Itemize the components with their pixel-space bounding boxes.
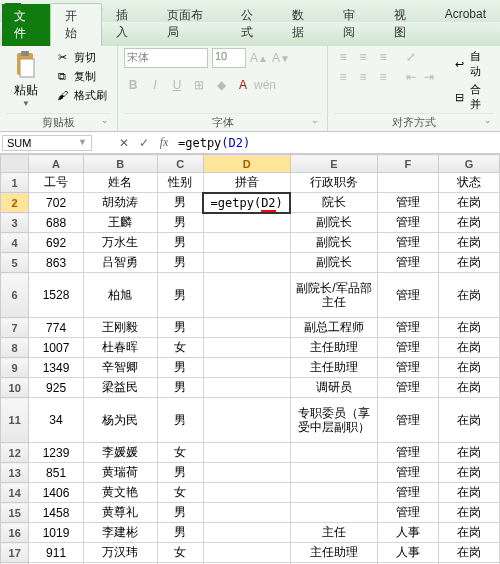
- tab-插入[interactable]: 插入: [102, 3, 153, 46]
- cell-D13[interactable]: [203, 463, 290, 483]
- cell-D3[interactable]: [203, 213, 290, 233]
- row-header-16[interactable]: 16: [1, 523, 29, 543]
- cell-A7[interactable]: 774: [29, 318, 83, 338]
- name-box[interactable]: SUM▼: [2, 135, 92, 151]
- cell-C2[interactable]: 男: [157, 193, 203, 213]
- cell-E10[interactable]: 调研员: [290, 378, 377, 398]
- cell-C1[interactable]: 性别: [157, 173, 203, 193]
- cell-D15[interactable]: [203, 503, 290, 523]
- cell-G1[interactable]: 状态: [438, 173, 499, 193]
- decrease-font-button[interactable]: A▼: [272, 49, 290, 67]
- cell-C12[interactable]: 女: [157, 443, 203, 463]
- cell-F11[interactable]: 管理: [377, 398, 438, 443]
- cell-F15[interactable]: 管理: [377, 503, 438, 523]
- cell-E13[interactable]: [290, 463, 377, 483]
- cell-B14[interactable]: 黄文艳: [83, 483, 157, 503]
- cell-D14[interactable]: [203, 483, 290, 503]
- cell-A9[interactable]: 1349: [29, 358, 83, 378]
- cell-F4[interactable]: 管理: [377, 233, 438, 253]
- confirm-formula-button[interactable]: ✓: [134, 134, 154, 152]
- row-header-4[interactable]: 4: [1, 233, 29, 253]
- cell-G4[interactable]: 在岗: [438, 233, 499, 253]
- align-left-button[interactable]: ≡: [334, 68, 352, 86]
- decrease-indent-button[interactable]: ⇤: [402, 68, 420, 86]
- cell-B16[interactable]: 李建彬: [83, 523, 157, 543]
- cell-F16[interactable]: 人事: [377, 523, 438, 543]
- cut-button[interactable]: ✂剪切: [50, 48, 111, 66]
- cell-E12[interactable]: [290, 443, 377, 463]
- cell-F10[interactable]: 管理: [377, 378, 438, 398]
- cell-F17[interactable]: 人事: [377, 543, 438, 563]
- insert-function-button[interactable]: fx: [154, 134, 174, 152]
- cell-B11[interactable]: 杨为民: [83, 398, 157, 443]
- tab-数据[interactable]: 数据: [278, 3, 329, 46]
- cell-A13[interactable]: 851: [29, 463, 83, 483]
- cell-F13[interactable]: 管理: [377, 463, 438, 483]
- cell-A12[interactable]: 1239: [29, 443, 83, 463]
- row-header-7[interactable]: 7: [1, 318, 29, 338]
- cell-E11[interactable]: 专职委员（享受中层副职）: [290, 398, 377, 443]
- cell-C5[interactable]: 男: [157, 253, 203, 273]
- cell-B13[interactable]: 黄瑞荷: [83, 463, 157, 483]
- align-middle-button[interactable]: ≡: [354, 48, 372, 66]
- cell-D2[interactable]: =getpy(D2): [203, 193, 290, 213]
- tab-审阅[interactable]: 审阅: [329, 3, 380, 46]
- cell-G6[interactable]: 在岗: [438, 273, 499, 318]
- copy-button[interactable]: ⧉复制: [50, 67, 111, 85]
- cell-B7[interactable]: 王刚毅: [83, 318, 157, 338]
- row-header-2[interactable]: 2: [1, 193, 29, 213]
- tab-Acrobat[interactable]: Acrobat: [431, 3, 500, 46]
- cell-G11[interactable]: 在岗: [438, 398, 499, 443]
- cell-C10[interactable]: 男: [157, 378, 203, 398]
- cell-B8[interactable]: 杜春晖: [83, 338, 157, 358]
- cell-F5[interactable]: 管理: [377, 253, 438, 273]
- cell-G7[interactable]: 在岗: [438, 318, 499, 338]
- tab-公式[interactable]: 公式: [227, 3, 278, 46]
- row-header-14[interactable]: 14: [1, 483, 29, 503]
- column-header-E[interactable]: E: [290, 155, 377, 173]
- cell-E17[interactable]: 主任助理: [290, 543, 377, 563]
- border-button[interactable]: ⊞: [190, 76, 208, 94]
- cell-F7[interactable]: 管理: [377, 318, 438, 338]
- cell-E7[interactable]: 副总工程师: [290, 318, 377, 338]
- formula-input[interactable]: =getpy(D2): [174, 135, 498, 151]
- cell-G15[interactable]: 在岗: [438, 503, 499, 523]
- cell-E6[interactable]: 副院长/军品部主任: [290, 273, 377, 318]
- cell-G13[interactable]: 在岗: [438, 463, 499, 483]
- cell-E14[interactable]: [290, 483, 377, 503]
- cell-G3[interactable]: 在岗: [438, 213, 499, 233]
- column-header-F[interactable]: F: [377, 155, 438, 173]
- cell-B17[interactable]: 万汉玮: [83, 543, 157, 563]
- increase-font-button[interactable]: A▲: [250, 49, 268, 67]
- cell-C6[interactable]: 男: [157, 273, 203, 318]
- tab-页面布局[interactable]: 页面布局: [153, 3, 227, 46]
- font-size-select[interactable]: 10: [212, 48, 246, 68]
- cell-B10[interactable]: 梁益民: [83, 378, 157, 398]
- cell-D9[interactable]: [203, 358, 290, 378]
- cell-C17[interactable]: 女: [157, 543, 203, 563]
- cell-G14[interactable]: 在岗: [438, 483, 499, 503]
- cell-F3[interactable]: 管理: [377, 213, 438, 233]
- tab-开始[interactable]: 开始: [50, 3, 103, 46]
- cell-C4[interactable]: 男: [157, 233, 203, 253]
- format-painter-button[interactable]: 🖌格式刷: [50, 86, 111, 104]
- cell-A6[interactable]: 1528: [29, 273, 83, 318]
- cell-A8[interactable]: 1007: [29, 338, 83, 358]
- italic-button[interactable]: I: [146, 76, 164, 94]
- underline-button[interactable]: U: [168, 76, 186, 94]
- cell-A10[interactable]: 925: [29, 378, 83, 398]
- spreadsheet-grid[interactable]: ABCDEFG1工号姓名性别拼音行政职务状态2702胡劲涛男=getpy(D2)…: [0, 154, 500, 564]
- cell-E9[interactable]: 主任助理: [290, 358, 377, 378]
- cell-D5[interactable]: [203, 253, 290, 273]
- cell-F1[interactable]: [377, 173, 438, 193]
- cell-B3[interactable]: 王麟: [83, 213, 157, 233]
- select-all-button[interactable]: [1, 155, 29, 173]
- cell-G5[interactable]: 在岗: [438, 253, 499, 273]
- row-header-11[interactable]: 11: [1, 398, 29, 443]
- cell-G2[interactable]: 在岗: [438, 193, 499, 213]
- cell-E3[interactable]: 副院长: [290, 213, 377, 233]
- cell-A3[interactable]: 688: [29, 213, 83, 233]
- tab-视图[interactable]: 视图: [380, 3, 431, 46]
- align-center-button[interactable]: ≡: [354, 68, 372, 86]
- row-header-8[interactable]: 8: [1, 338, 29, 358]
